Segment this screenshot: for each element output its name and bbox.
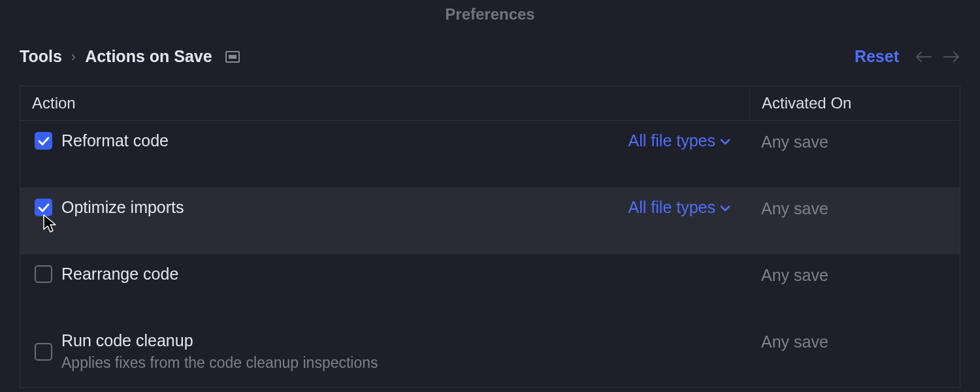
header-bar: Tools › Actions on Save Reset [0, 29, 980, 79]
action-label: Run code cleanup [61, 331, 378, 350]
header-actions: Reset [855, 47, 960, 66]
checkbox-reformat-code[interactable] [35, 132, 52, 150]
chevron-down-icon [719, 137, 731, 145]
breadcrumb-current: Actions on Save [85, 47, 212, 66]
table-row[interactable]: Rearrange code Any save [20, 254, 960, 321]
table-row[interactable]: Reformat code All file types Any save [20, 121, 960, 188]
nav-back-icon[interactable] [915, 50, 933, 64]
checkbox-rearrange-code[interactable] [35, 265, 52, 283]
action-label: Optimize imports [61, 198, 184, 217]
table-row[interactable]: Optimize imports All file types Any save [20, 188, 960, 254]
filetype-dropdown[interactable]: All file types [629, 131, 731, 150]
chevron-right-icon: › [71, 48, 76, 65]
action-cell: Run code cleanup Applies fixes from the … [20, 331, 749, 372]
table-row[interactable]: Run code cleanup Applies fixes from the … [20, 321, 960, 387]
reset-button[interactable]: Reset [855, 47, 899, 66]
column-header-action[interactable]: Action [20, 86, 749, 120]
window-title: Preferences [0, 0, 980, 29]
column-header-activated[interactable]: Activated On [749, 86, 960, 120]
activated-cell: Any save [749, 131, 960, 152]
nav-arrows [915, 50, 960, 64]
action-cell: Reformat code All file types [20, 131, 749, 150]
checkbox-run-code-cleanup[interactable] [35, 343, 52, 361]
breadcrumb: Tools › Actions on Save [20, 47, 240, 66]
action-cell: Rearrange code [20, 265, 749, 284]
filetype-label: All file types [629, 198, 715, 217]
action-label: Reformat code [61, 131, 169, 150]
settings-page-icon [225, 51, 240, 63]
checkbox-optimize-imports[interactable] [35, 199, 52, 216]
breadcrumb-root[interactable]: Tools [20, 47, 62, 66]
svg-rect-1 [229, 55, 237, 59]
activated-cell: Any save [749, 198, 960, 219]
filetype-label: All file types [629, 131, 715, 150]
activated-cell: Any save [749, 331, 960, 352]
action-cell: Optimize imports All file types [20, 198, 749, 217]
nav-forward-icon[interactable] [942, 50, 960, 64]
table-header: Action Activated On [20, 86, 960, 121]
action-label: Rearrange code [61, 265, 178, 284]
chevron-down-icon [719, 204, 731, 212]
filetype-dropdown[interactable]: All file types [629, 198, 731, 217]
activated-cell: Any save [749, 265, 960, 286]
action-description: Applies fixes from the code cleanup insp… [61, 354, 378, 372]
actions-table: Action Activated On Reformat code All fi… [20, 86, 960, 388]
